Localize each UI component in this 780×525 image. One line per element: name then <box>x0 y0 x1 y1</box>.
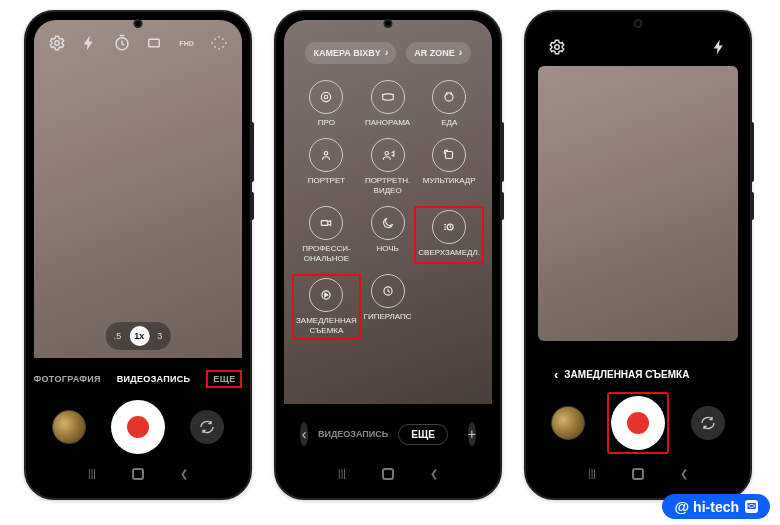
ratio-icon[interactable] <box>145 34 163 52</box>
nav-back[interactable]: ❮ <box>180 468 188 480</box>
android-nav: ||| ❮ <box>540 460 736 488</box>
zoom-high[interactable]: 3 <box>157 331 162 341</box>
scroll-left-button[interactable]: ‹ <box>300 422 308 446</box>
gallery-thumbnail[interactable] <box>551 406 585 440</box>
viewfinder[interactable] <box>538 66 738 341</box>
timer-icon[interactable] <box>113 34 131 52</box>
ar-zone-button[interactable]: AR ZONE› <box>406 42 470 64</box>
viewfinder[interactable]: FHD .5 1x 3 <box>34 20 242 358</box>
nav-home[interactable] <box>132 468 144 480</box>
filters-icon[interactable] <box>210 34 228 52</box>
mode-more-selected[interactable]: ЕЩЕ <box>398 424 448 445</box>
camera-notch <box>134 19 143 28</box>
chevron-left-icon: ‹ <box>554 367 558 382</box>
android-nav: ||| ❮ <box>40 460 236 488</box>
mode-portrait-video[interactable]: ПОРТРЕТН. ВИДЕО <box>361 138 415 196</box>
mode-video[interactable]: ВИДЕОЗАПИСЬ <box>117 374 191 384</box>
shutter-button[interactable] <box>111 400 165 454</box>
nav-back[interactable]: ❮ <box>430 468 438 480</box>
svg-point-13 <box>555 45 560 50</box>
mail-icon: ✉ <box>745 500 758 513</box>
settings-icon[interactable] <box>48 34 66 52</box>
mode-pro[interactable]: ПРО <box>292 80 361 128</box>
zoom-current[interactable]: 1x <box>129 326 149 346</box>
shutter-button[interactable] <box>611 396 665 450</box>
nav-recent[interactable]: ||| <box>338 468 346 480</box>
svg-rect-9 <box>322 221 328 226</box>
add-mode-button[interactable]: + <box>468 422 476 446</box>
mode-more[interactable]: ЕЩЕ <box>206 370 242 388</box>
mode-panel: КАМЕРА BIXBY› AR ZONE› ПРО ПАНОРАМА ЕДА … <box>284 20 492 404</box>
zoom-low[interactable]: .5 <box>114 331 122 341</box>
svg-point-4 <box>325 95 329 99</box>
mode-super-slow-mo[interactable]: СВЕРХЗАМЕДЛ. <box>418 210 480 258</box>
mode-night[interactable]: НОЧЬ <box>361 206 415 264</box>
nav-home[interactable] <box>382 468 394 480</box>
android-nav: ||| ❮ <box>290 460 486 488</box>
mode-hyperlapse[interactable]: ГИПЕРЛАПС <box>361 274 415 340</box>
switch-camera-button[interactable] <box>691 406 725 440</box>
nav-home[interactable] <box>632 468 644 480</box>
modes-grid: ПРО ПАНОРАМА ЕДА ПОРТРЕТ ПОРТРЕТН. ВИДЕО… <box>284 70 492 344</box>
svg-point-3 <box>322 92 331 101</box>
svg-rect-8 <box>446 152 453 159</box>
mode-food[interactable]: ЕДА <box>414 80 484 128</box>
svg-point-0 <box>55 41 60 46</box>
camera-notch <box>384 19 393 28</box>
flash-icon[interactable] <box>710 38 728 56</box>
gallery-thumbnail[interactable] <box>52 410 86 444</box>
camera-notch <box>634 19 643 28</box>
mode-panorama[interactable]: ПАНОРАМА <box>361 80 415 128</box>
at-icon: @ <box>674 498 689 515</box>
settings-icon[interactable] <box>548 38 566 56</box>
mode-pro-video[interactable]: ПРОФЕССИ- ОНАЛЬНОЕ <box>292 206 361 264</box>
mode-title[interactable]: ‹ ЗАМЕДЛЕННАЯ СЪЕМКА <box>540 355 736 392</box>
mode-video[interactable]: ВИДЕОЗАПИСЬ <box>318 429 388 439</box>
svg-rect-2 <box>149 39 160 47</box>
resolution-icon[interactable]: FHD <box>178 34 196 52</box>
nav-recent[interactable]: ||| <box>88 468 96 480</box>
chevron-right-icon: › <box>459 46 463 58</box>
switch-camera-button[interactable] <box>190 410 224 444</box>
mode-single-take[interactable]: МУЛЬТИКАДР <box>414 138 484 196</box>
zoom-selector[interactable]: .5 1x 3 <box>106 322 171 350</box>
phone-3: ‹ ЗАМЕДЛЕННАЯ СЪЕМКА ||| ❮ <box>524 10 752 500</box>
mode-portrait[interactable]: ПОРТРЕТ <box>292 138 361 196</box>
svg-point-6 <box>325 152 329 156</box>
phone-2: КАМЕРА BIXBY› AR ZONE› ПРО ПАНОРАМА ЕДА … <box>274 10 502 500</box>
mode-photo[interactable]: ФОТОГРАФИЯ <box>34 374 101 384</box>
nav-back[interactable]: ❮ <box>680 468 688 480</box>
chevron-right-icon: › <box>385 46 389 58</box>
mode-slow-motion[interactable]: ЗАМЕДЛЕННАЯ СЪЕМКА <box>296 278 357 336</box>
nav-recent[interactable]: ||| <box>588 468 596 480</box>
svg-point-7 <box>385 152 389 156</box>
phone-1: FHD .5 1x 3 ФОТОГРАФИЯ ВИДЕОЗАПИСЬ ЕЩЕ <box>24 10 252 500</box>
flash-icon[interactable] <box>80 34 98 52</box>
bixby-camera-button[interactable]: КАМЕРА BIXBY› <box>305 42 396 64</box>
phones-row: FHD .5 1x 3 ФОТОГРАФИЯ ВИДЕОЗАПИСЬ ЕЩЕ <box>0 0 780 510</box>
watermark: @hi-tech✉ <box>662 494 770 519</box>
